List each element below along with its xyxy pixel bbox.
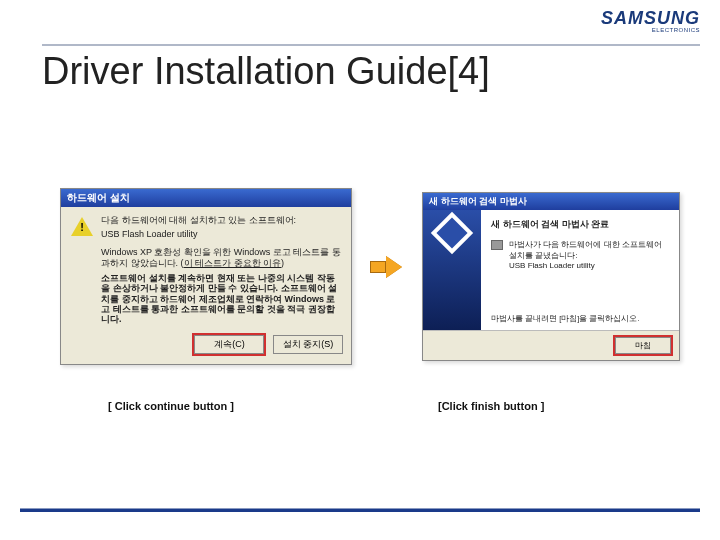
wizard-main: 새 하드웨어 검색 마법사 완료 마법사가 다음 하드웨어에 대한 소프트웨어 … xyxy=(481,210,679,330)
page-title: Driver Installation Guide[4] xyxy=(42,50,490,93)
wizard-icon xyxy=(431,212,473,254)
brand-name: SAMSUNG xyxy=(601,8,700,28)
top-divider xyxy=(42,44,700,46)
dialog-text: 다음 하드웨어에 대해 설치하고 있는 소프트웨어: USB Flash Loa… xyxy=(101,215,341,325)
wizard-button-row: 마침 xyxy=(423,330,679,360)
compat-line: Windows XP 호환성 확인을 위한 Windows 로고 테스트를 통과… xyxy=(101,247,341,270)
stop-install-button[interactable]: 설치 중지(S) xyxy=(273,335,343,354)
dialog-titlebar: 하드웨어 설치 xyxy=(61,189,351,207)
dialog-titlebar: 새 하드웨어 검색 마법사 xyxy=(423,193,679,210)
install-line1: 다음 하드웨어에 대해 설치하고 있는 소프트웨어: xyxy=(101,215,341,226)
wizard-device-name: USB Flash Loader utility xyxy=(509,261,669,270)
compat-suffix: ) xyxy=(281,258,284,268)
content-stage: 하드웨어 설치 다음 하드웨어에 대해 설치하고 있는 소프트웨어: USB F… xyxy=(60,188,690,408)
wizard-line1: 마법사가 다음 하드웨어에 대한 소프트웨어 설치를 끝냈습니다: xyxy=(509,239,669,261)
hardware-install-dialog: 하드웨어 설치 다음 하드웨어에 대해 설치하고 있는 소프트웨어: USB F… xyxy=(60,188,352,365)
warning-icon xyxy=(71,217,93,239)
compat-reason-link[interactable]: 이 테스트가 중요한 이유 xyxy=(184,258,282,268)
brand-logo: SAMSUNG ELECTRONICS xyxy=(601,8,700,33)
install-device-name: USB Flash Loader utility xyxy=(101,229,341,240)
compat-warning-bold: 소프트웨어 설치를 계속하면 현재 또는 나중의 시스템 작동을 손상하거나 불… xyxy=(101,273,341,325)
arrow-right-icon xyxy=(370,256,404,278)
continue-button[interactable]: 계속(C) xyxy=(194,335,264,354)
wizard-heading: 새 하드웨어 검색 마법사 완료 xyxy=(491,218,669,231)
dialog-button-row: 계속(C) 설치 중지(S) xyxy=(61,329,351,364)
hardware-wizard-complete-dialog: 새 하드웨어 검색 마법사 새 하드웨어 검색 마법사 완료 마법사가 다음 하… xyxy=(422,192,680,361)
caption-left: [ Click continue button ] xyxy=(108,400,234,412)
wizard-side-banner xyxy=(423,210,481,330)
usb-icon xyxy=(491,240,503,250)
finish-button[interactable]: 마침 xyxy=(615,337,671,354)
caption-right: [Click finish button ] xyxy=(438,400,544,412)
wizard-foot-instruction: 마법사를 끝내려면 [마침]을 클릭하십시오. xyxy=(491,314,669,324)
bottom-divider xyxy=(20,508,700,512)
